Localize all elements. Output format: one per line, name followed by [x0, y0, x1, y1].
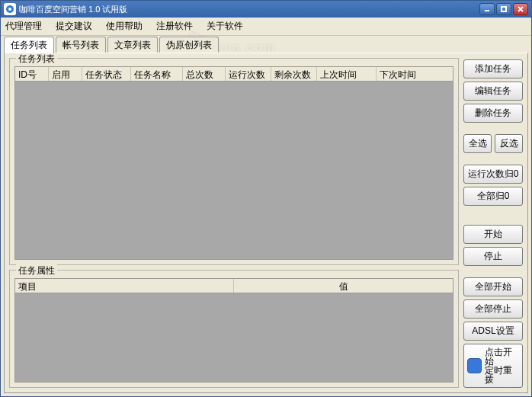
right-pane: 添加任务 编辑任务 删除任务 全选 反选 运行次数归0 全部归0 开始 停止 全… — [463, 58, 523, 388]
titlebar: 咖啡百度空间营销 1.0 试用版 — [1, 1, 531, 18]
run-count-reset-button[interactable]: 运行次数归0 — [463, 165, 523, 184]
tasklist-header: ID号 启用 任务状态 任务名称 总次数 运行次数 剩余次数 上次时间 下次时间 — [14, 66, 453, 82]
col-next[interactable]: 下次时间 — [377, 67, 453, 81]
app-window: 咖啡百度空间营销 1.0 试用版 代理管理 提交建议 使用帮助 注册软件 关于软… — [0, 0, 532, 397]
svg-rect-3 — [502, 7, 506, 11]
tab-accountlist[interactable]: 帐号列表 — [56, 37, 106, 53]
tasklist-body[interactable] — [14, 82, 453, 260]
left-pane: 任务列表 ID号 启用 任务状态 任务名称 总次数 运行次数 剩余次数 上次时间… — [9, 58, 459, 388]
delete-task-button[interactable]: 删除任务 — [463, 104, 523, 123]
taskprop-group: 任务属性 项目 值 — [9, 270, 459, 388]
col-total[interactable]: 总次数 — [183, 67, 226, 81]
tab-pseudolist[interactable]: 伪原创列表 — [159, 37, 219, 53]
tasklist-legend: 任务列表 — [16, 53, 57, 66]
window-title: 咖啡百度空间营销 1.0 试用版 — [19, 4, 479, 15]
all-reset-button[interactable]: 全部归0 — [463, 187, 523, 206]
invert-select-button[interactable]: 反选 — [495, 134, 523, 153]
menu-help[interactable]: 使用帮助 — [106, 20, 143, 33]
taskprop-body[interactable] — [14, 293, 453, 383]
stop-button[interactable]: 停止 — [463, 247, 523, 266]
col-status[interactable]: 任务状态 — [82, 67, 131, 81]
tasklist-group: 任务列表 ID号 启用 任务状态 任务名称 总次数 运行次数 剩余次数 上次时间… — [9, 58, 459, 265]
menu-feedback[interactable]: 提交建议 — [56, 20, 92, 33]
menu-about[interactable]: 关于软件 — [207, 20, 243, 33]
tabbar: 任务列表 帐号列表 文章列表 伪原创列表 — [1, 36, 531, 53]
edit-task-button[interactable]: 编辑任务 — [463, 82, 523, 101]
col-remain[interactable]: 剩余次数 — [271, 67, 317, 81]
click-start-redial-button[interactable]: 点击开始 定时重拨 — [463, 344, 523, 388]
minimize-button[interactable] — [479, 3, 495, 15]
add-task-button[interactable]: 添加任务 — [463, 59, 523, 78]
tab-articlelist[interactable]: 文章列表 — [107, 37, 158, 53]
maximize-button[interactable] — [496, 3, 511, 15]
col-id[interactable]: ID号 — [15, 67, 49, 81]
taskprop-legend: 任务属性 — [16, 264, 57, 277]
menu-register[interactable]: 注册软件 — [156, 20, 193, 33]
start-all-button[interactable]: 全部开始 — [463, 277, 523, 296]
col-run[interactable]: 运行次数 — [226, 67, 271, 81]
col-name[interactable]: 任务名称 — [131, 67, 183, 81]
adsl-settings-button[interactable]: ADSL设置 — [463, 322, 523, 341]
taskprop-header: 项目 值 — [14, 278, 453, 293]
menu-proxy[interactable]: 代理管理 — [5, 20, 42, 33]
play-icon — [467, 358, 482, 373]
app-icon — [4, 3, 16, 15]
menubar: 代理管理 提交建议 使用帮助 注册软件 关于软件 — [1, 18, 531, 36]
svg-point-1 — [8, 8, 11, 11]
col-enable[interactable]: 启用 — [49, 67, 82, 81]
select-all-button[interactable]: 全选 — [463, 134, 492, 153]
col-prop-name[interactable]: 项目 — [15, 279, 234, 293]
stop-all-button[interactable]: 全部停止 — [463, 299, 523, 319]
content-area: 任务列表 ID号 启用 任务状态 任务名称 总次数 运行次数 剩余次数 上次时间… — [4, 53, 528, 393]
col-last[interactable]: 上次时间 — [317, 67, 377, 81]
click-start-label: 点击开始 定时重拨 — [485, 347, 519, 384]
start-button[interactable]: 开始 — [463, 225, 523, 244]
col-prop-value[interactable]: 值 — [234, 279, 453, 293]
close-button[interactable] — [513, 3, 528, 15]
tab-tasklist[interactable]: 任务列表 — [4, 37, 54, 53]
